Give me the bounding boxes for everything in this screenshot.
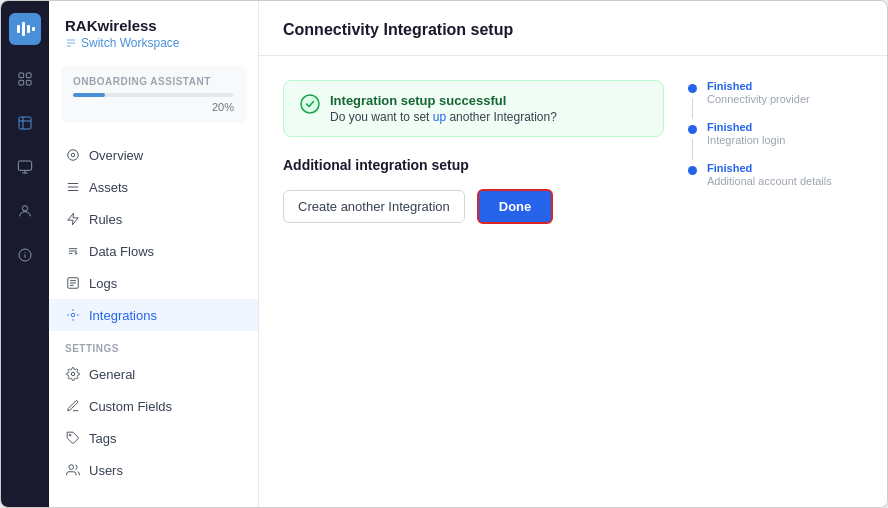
step-2-dot [688,125,697,134]
overview-icon [65,147,81,163]
svg-point-9 [22,206,27,211]
switch-workspace-label: Switch Workspace [81,36,179,50]
icon-bar-integrations[interactable] [7,105,43,141]
svg-rect-3 [32,27,35,31]
nav-label-rules: Rules [89,212,122,227]
icon-bar-info[interactable] [7,237,43,273]
step-2-status: Finished [707,121,785,133]
page-title: Connectivity Integration setup [283,21,863,39]
create-integration-button[interactable]: Create another Integration [283,190,465,223]
step-3: Finished Additional account details [688,162,863,187]
nav-section: Overview Assets Rules Data Flows [49,139,258,491]
nav-label-custom-fields: Custom Fields [89,399,172,414]
nav-item-rules[interactable]: Rules [49,203,258,235]
svg-rect-1 [22,22,25,36]
success-check-icon [300,94,320,114]
nav-item-tags[interactable]: Tags [49,422,258,454]
dataflows-icon [65,243,81,259]
step-2-text: Finished Integration login [707,121,785,146]
icon-bar-dashboard[interactable] [7,61,43,97]
custom-fields-icon [65,398,81,414]
logs-icon [65,275,81,291]
success-desc: Do you want to set up another Integratio… [330,110,557,124]
nav-label-data-flows: Data Flows [89,244,154,259]
onboarding-box: ONBOARDING ASSISTANT 20% [61,66,246,123]
integrations-icon [65,307,81,323]
nav-label-users: Users [89,463,123,478]
nav-label-tags: Tags [89,431,116,446]
done-button[interactable]: Done [477,189,554,224]
logo-icon [15,19,35,39]
svg-rect-2 [27,25,30,33]
svg-rect-5 [26,73,31,78]
switch-icon [65,37,77,49]
step-1-text: Finished Connectivity provider [707,80,810,105]
step-3-dot [688,166,697,175]
icon-bar-user[interactable] [7,193,43,229]
main-body: Integration setup successful Do you want… [259,56,887,507]
svg-point-17 [69,465,74,470]
step-1: Finished Connectivity provider [688,80,863,105]
step-2: Finished Integration login [688,121,863,146]
settings-section-label: SETTINGS [49,331,258,358]
assets-icon [65,179,81,195]
progress-bar-bg [73,93,234,97]
nav-label-overview: Overview [89,148,143,163]
nav-item-general[interactable]: General [49,358,258,390]
svg-rect-7 [26,80,31,85]
switch-workspace-button[interactable]: Switch Workspace [65,36,242,50]
svg-point-16 [69,434,71,436]
setup-link[interactable]: up [433,110,446,124]
nav-label-logs: Logs [89,276,117,291]
icon-bar-monitor[interactable] [7,149,43,185]
nav-item-custom-fields[interactable]: Custom Fields [49,390,258,422]
icon-bar [1,1,49,507]
step-1-name: Connectivity provider [707,93,810,105]
action-row: Create another Integration Done [283,189,664,224]
section-title: Additional integration setup [283,157,664,173]
progress-bar-fill [73,93,105,97]
tags-icon [65,430,81,446]
svg-rect-0 [17,25,20,33]
nav-label-general: General [89,367,135,382]
rules-icon [65,211,81,227]
success-text: Integration setup successful Do you want… [330,93,557,124]
step-1-dot [688,84,697,93]
progress-percent: 20% [73,101,234,113]
main-header: Connectivity Integration setup [259,1,887,56]
svg-point-15 [71,372,75,376]
sidebar: RAKwireless Switch Workspace ONBOARDING … [49,1,259,507]
onboarding-label: ONBOARDING ASSISTANT [73,76,234,87]
step-1-status: Finished [707,80,810,92]
step-3-text: Finished Additional account details [707,162,832,187]
nav-item-users[interactable]: Users [49,454,258,486]
svg-point-11 [68,150,79,161]
success-banner: Integration setup successful Do you want… [283,80,664,137]
nav-item-logs[interactable]: Logs [49,267,258,299]
svg-rect-4 [19,73,24,78]
svg-rect-8 [18,161,31,170]
svg-point-18 [301,95,319,113]
svg-point-12 [71,153,75,157]
nav-label-assets: Assets [89,180,128,195]
success-title: Integration setup successful [330,93,557,108]
step-2-name: Integration login [707,134,785,146]
step-3-name: Additional account details [707,175,832,187]
nav-item-data-flows[interactable]: Data Flows [49,235,258,267]
main-panel: Connectivity Integration setup Integrati… [259,1,887,507]
main-content: Integration setup successful Do you want… [283,80,664,483]
nav-item-integrations[interactable]: Integrations [49,299,258,331]
step-3-status: Finished [707,162,832,174]
nav-item-assets[interactable]: Assets [49,171,258,203]
svg-point-14 [71,313,75,317]
general-icon [65,366,81,382]
nav-item-overview[interactable]: Overview [49,139,258,171]
users-icon [65,462,81,478]
nav-label-integrations: Integrations [89,308,157,323]
app-logo[interactable] [9,13,41,45]
svg-rect-6 [19,80,24,85]
org-name: RAKwireless [65,17,242,34]
steps-panel: Finished Connectivity provider Finished … [688,80,863,483]
sidebar-header: RAKwireless Switch Workspace [49,17,258,66]
